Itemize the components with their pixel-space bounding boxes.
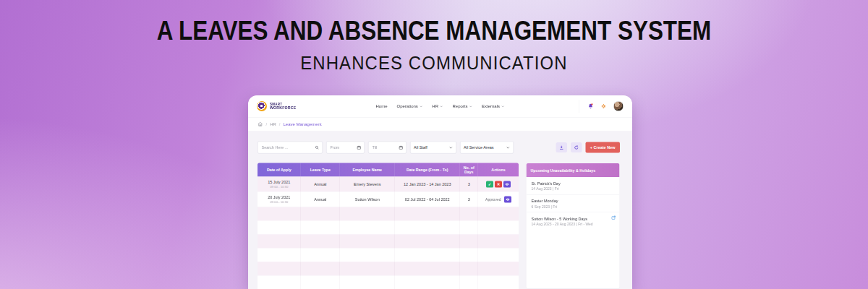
refresh-button[interactable] [571,142,582,152]
nav-item-reports[interactable]: Reports [453,104,473,109]
empty-cell [340,249,395,262]
chevron-down-icon [449,145,454,150]
filter-bar: All Staff All Service Areas [258,142,620,154]
edit-icon[interactable] [611,215,616,220]
holiday-date: 14 Aug 2023 - 20 Aug 2023 | Fri - Wed [532,223,615,227]
table-body: 15 July 202109:00 - 10:30AnnualEmery Ste… [258,177,519,289]
empty-cell [478,262,519,276]
holiday-name: Sutton Wilson - 5 Working Days [532,217,615,221]
cell-employee-name: Emery Stevens [340,177,395,192]
nav-item-externals[interactable]: Externals [482,104,505,109]
empty-cell [258,235,301,249]
calendar-icon[interactable] [399,145,404,150]
notifications-bell-icon[interactable] [587,103,594,110]
empty-cell [478,221,519,235]
settings-gear-icon[interactable] [600,103,607,110]
banner-title: A LEAVES AND ABSENCE MANAGEMENT SYSTEM [65,16,803,46]
download-button[interactable] [556,142,567,152]
view-button[interactable] [503,181,511,188]
holiday-date: 6 Sep 2023 | Fri [532,204,615,209]
chevron-down-icon [420,105,423,108]
search-input-wrap [258,142,323,154]
cell-date-of-apply: 20 July 202109:00 - 10:30 [258,192,301,207]
banner-subtitle: ENHANCES COMMUNICATION [35,52,833,74]
apply-time: 09:00 - 10:30 [270,185,288,189]
chevron-down-icon [501,105,505,108]
column-header: Actions [478,163,519,177]
till-date-input[interactable] [372,145,398,150]
user-avatar[interactable] [613,101,624,111]
nav-item-label: HR [432,104,438,109]
breadcrumb-hr[interactable]: HR [270,121,276,126]
apply-date: 15 July 2021 [268,180,290,185]
empty-cell [340,276,395,289]
app-window: SMART WORKFORCE HomeOperationsHRReportsE… [248,95,632,289]
chevron-down-icon [469,105,473,108]
search-icon [315,145,320,150]
table-row-empty [258,207,519,221]
from-date-input[interactable] [330,145,356,150]
approve-button[interactable]: ✓ [486,181,493,188]
empty-cell [460,235,478,249]
empty-cell [258,276,301,289]
empty-cell [301,276,340,289]
empty-cell [478,235,519,249]
search-input[interactable] [261,145,314,150]
empty-cell [395,276,460,289]
service-select-value: All Service Areas [464,145,494,150]
cell-days: 3 [460,177,478,192]
cell-actions: Approved [478,192,519,207]
nav-item-home[interactable]: Home [375,104,387,109]
service-areas-select[interactable]: All Service Areas [460,142,514,154]
breadcrumb-separator: / [279,121,281,126]
empty-cell [258,249,301,262]
holiday-name: St. Patrick's Day [532,181,615,186]
empty-cell [395,235,460,249]
refresh-icon [574,144,579,150]
nav-item-operations[interactable]: Operations [396,104,422,109]
home-icon[interactable] [258,121,263,127]
create-new-button[interactable]: + Create New [585,142,620,153]
column-header: No. of Days [460,163,478,177]
empty-cell [340,207,395,221]
staff-select-value: All Staff [414,145,427,150]
empty-cell [460,221,478,235]
empty-cell [301,207,340,221]
cell-date-range: 02 Jul 2022 - 04 Jul 2022 [395,192,460,207]
app-navbar: SMART WORKFORCE HomeOperationsHRReportsE… [248,95,632,118]
staff-select[interactable]: All Staff [410,142,456,154]
empty-cell [460,276,478,289]
nav-item-label: Operations [396,104,417,109]
status-label: Approved [485,197,501,202]
table-row-empty [258,249,519,262]
cell-date-range: 12 Jan 2023 - 14 Jan 2023 [395,177,460,192]
empty-cell [258,221,301,235]
table-row-empty [258,276,519,289]
empty-cell [301,221,340,235]
breadcrumb-separator: / [266,121,268,126]
holiday-date: 14 Aug 2023 | Fri [532,187,615,191]
empty-cell [258,262,301,276]
chevron-down-icon [506,145,511,150]
nav-item-hr[interactable]: HR [432,104,443,109]
table-header-row: Date of ApplyLeave TypeEmployee NameDate… [258,163,519,177]
view-button[interactable] [504,197,511,203]
from-date-wrap [326,142,365,154]
page-content: All Staff All Service Areas [248,131,632,289]
empty-cell [301,249,340,262]
column-header: Leave Type [301,163,340,177]
empty-cell [478,276,519,289]
calendar-icon[interactable] [357,145,362,150]
empty-cell [395,249,460,262]
app-card: SMART WORKFORCE HomeOperationsHRReportsE… [248,95,632,289]
empty-cell [395,207,460,221]
empty-cell [460,262,478,276]
empty-cell [301,262,340,276]
breadcrumb-current: Leave Management [284,121,322,126]
reject-button[interactable]: ✕ [495,181,502,188]
breadcrumb: / HR / Leave Management [248,118,632,131]
brand-logo[interactable]: SMART WORKFORCE [257,101,296,111]
table-row-empty [258,221,519,235]
column-header: Employee Name [340,163,395,177]
apply-time: 09:00 - 10:30 [270,200,288,204]
